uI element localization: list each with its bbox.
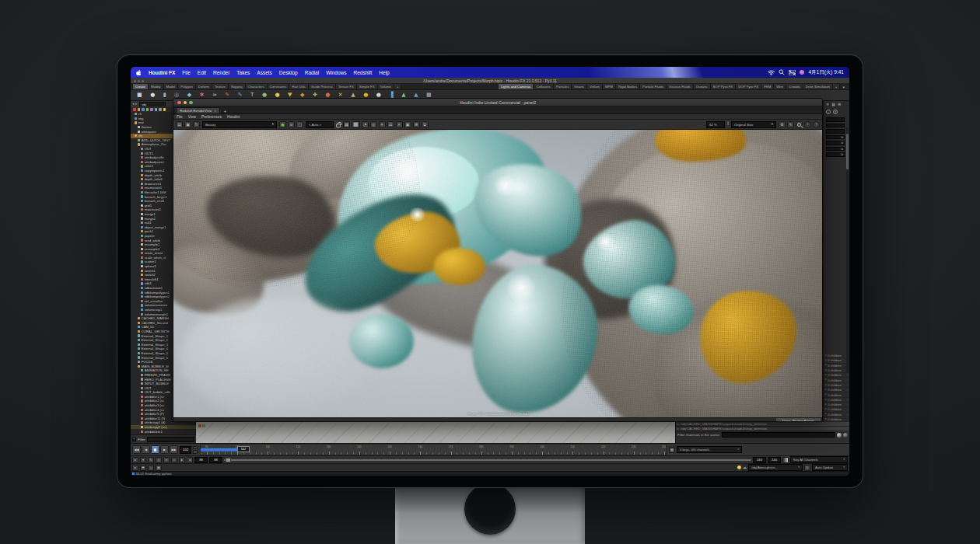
menubar-clock[interactable]: 4月1日(火) 9:41: [808, 69, 844, 76]
menubar-app-name[interactable]: Houdini FX: [149, 70, 175, 75]
sphere-tool-icon[interactable]: ●: [150, 92, 155, 98]
shelf-tab[interactable]: Modify: [149, 84, 164, 89]
rp-menu-icon[interactable]: ≡: [826, 103, 829, 106]
tree-favorite-icon[interactable]: [150, 108, 153, 111]
step-option-icon[interactable]: =: [171, 457, 177, 463]
magnifier-icon[interactable]: [796, 121, 803, 128]
tree-favorite-icon[interactable]: [163, 108, 166, 111]
range-end-field[interactable]: 240: [753, 457, 766, 463]
timeline-ruler[interactable]: 9010011012013014015016017018019020021022…: [200, 444, 667, 455]
shelf-tab[interactable]: +: [394, 84, 402, 89]
shelf-tab[interactable]: DOP Pyro FX: [736, 84, 761, 89]
target-icon[interactable]: ◎: [370, 121, 377, 128]
realtime-toggle-icon[interactable]: ▸: [132, 457, 138, 463]
shelf-tab[interactable]: Rigid Bodies: [616, 84, 640, 89]
copy-icon[interactable]: ⧉: [422, 121, 429, 128]
current-frame-field[interactable]: 102: [180, 446, 191, 454]
jump-start-button[interactable]: ◀◀: [132, 445, 141, 454]
shelf-tab[interactable]: Characters: [246, 84, 268, 89]
car-tool-icon[interactable]: ■: [426, 92, 432, 98]
crosshair-icon[interactable]: ✛: [379, 121, 386, 128]
shelf-tab[interactable]: Model: [164, 84, 179, 89]
renderview-titlebar[interactable]: Houdini Indie Limited-Commercial - panel…: [173, 99, 822, 106]
play-button[interactable]: ▶: [160, 445, 169, 454]
rp-scrollbar[interactable]: [846, 127, 849, 373]
menubar-item[interactable]: File: [182, 70, 190, 75]
aov-select[interactable]: Beauty▾: [202, 121, 277, 128]
wifi-icon[interactable]: [768, 70, 775, 75]
renderview-menu-item[interactable]: File: [177, 115, 183, 119]
range-start2-field[interactable]: 88: [209, 457, 222, 463]
shelf-tab[interactable]: Simple FX: [357, 84, 378, 89]
tree-favorite-icon[interactable]: [155, 108, 158, 111]
brush-tool-icon[interactable]: ✎: [225, 92, 229, 98]
network-editor-sliver[interactable]: [196, 422, 675, 443]
menubar-item[interactable]: Desktop: [279, 70, 298, 75]
shelf-tab[interactable]: Oceans: [694, 84, 711, 89]
shelf-tab[interactable]: Guide Process: [309, 84, 336, 89]
apple-menu-icon[interactable]: [136, 69, 142, 75]
context-dropdown[interactable]: /obj/Atmospheric_▾: [748, 464, 803, 471]
grid-icon[interactable]: ▦: [343, 121, 350, 128]
rp-scroll-thumb[interactable]: [846, 134, 849, 169]
rp-info-icon[interactable]: i: [826, 110, 831, 114]
status-dot-icon[interactable]: [737, 466, 741, 469]
tree-favorite-icon[interactable]: [146, 108, 149, 111]
close-icon[interactable]: ✕: [396, 121, 403, 128]
shelf-tab[interactable]: Particles: [554, 84, 572, 89]
panel-icon[interactable]: ▣: [404, 121, 411, 128]
spotlight-tool-icon[interactable]: ▼: [288, 92, 292, 98]
shelf-tab[interactable]: Crowds: [786, 84, 803, 89]
auto-select[interactable]: < Auto >: [306, 121, 334, 128]
renderview-menu-item[interactable]: Preferences: [201, 115, 222, 119]
curve-tool-icon[interactable]: ≈: [212, 92, 217, 98]
filter-dropdown[interactable]: [147, 437, 194, 442]
shelf-tab[interactable]: Terrain FX: [336, 84, 357, 89]
material-sphere-dark-icon[interactable]: [843, 433, 848, 438]
shelf-tab[interactable]: Polygon: [178, 84, 196, 89]
save-icon[interactable]: ▤: [176, 121, 183, 128]
forward-icon[interactable]: ▸: [135, 103, 137, 106]
rp-parameter-field[interactable]: [826, 129, 845, 134]
shelf-tab[interactable]: SOP Pyro FX: [711, 84, 737, 89]
range-slider-handle[interactable]: [226, 458, 231, 462]
shelf-tab[interactable]: Volume: [378, 84, 394, 89]
loop-toggle-icon[interactable]: ↻: [148, 457, 154, 463]
close-tab-icon[interactable]: ✕: [214, 110, 216, 113]
shelf-tab[interactable]: Hair Utils: [289, 84, 308, 89]
snapshot-icon[interactable]: ▣: [184, 121, 191, 128]
rp-add-icon[interactable]: ⊞: [838, 103, 841, 106]
render-image[interactable]: Frame 102: 2026-02-06 20:03:50 (1m 54s): [173, 130, 823, 417]
audio-toggle-icon[interactable]: ▾: [140, 457, 146, 463]
sync-icon[interactable]: ↻: [804, 465, 810, 471]
new-tab-icon[interactable]: +: [222, 110, 228, 113]
shelf-tab[interactable]: Rigging: [229, 84, 246, 89]
gear-icon[interactable]: ⚙: [779, 121, 786, 128]
metaball-tool-icon[interactable]: ●: [262, 92, 267, 98]
shelf-tab[interactable]: Wire: [774, 84, 786, 89]
rp-parameter-field[interactable]: ⧉: [826, 141, 845, 145]
shelf-tab[interactable]: Viscous Fluids: [667, 84, 694, 89]
ball-tool-icon[interactable]: ●: [376, 92, 381, 98]
step-back-button[interactable]: ◀: [142, 445, 150, 454]
stop-icon[interactable]: ■: [352, 121, 360, 128]
menubar-item[interactable]: Assets: [257, 70, 272, 75]
stop-button[interactable]: ■: [151, 445, 159, 454]
menubar-item[interactable]: Help: [379, 70, 389, 75]
light-tool-icon[interactable]: ●: [275, 92, 279, 98]
rp-parameter-field[interactable]: ⧉: [826, 152, 845, 157]
shelf-tab[interactable]: Constraints: [268, 84, 290, 89]
menubar-item[interactable]: Redshift: [354, 70, 373, 75]
shelf-overflow-icon[interactable]: ▾: [840, 85, 847, 89]
tube-tool-icon[interactable]: ▮: [163, 92, 166, 98]
shelf-tab[interactable]: Drive Simulation: [803, 84, 833, 89]
keys-dropdown[interactable]: 0 keys, 0/0 channels▾: [677, 446, 742, 453]
filter-checkbox[interactable]: ✓: [132, 438, 136, 441]
shelf-tab[interactable]: Deform: [196, 84, 212, 89]
gradient-icon[interactable]: [782, 457, 789, 463]
select-icon[interactable]: ◇: [148, 465, 154, 471]
zoom-level-field[interactable]: 62 %: [706, 121, 725, 128]
jump-end-button[interactable]: ▶▶: [170, 445, 178, 454]
menubar-item[interactable]: Takes: [236, 70, 250, 75]
bomb-tool-icon[interactable]: ●: [325, 92, 330, 98]
